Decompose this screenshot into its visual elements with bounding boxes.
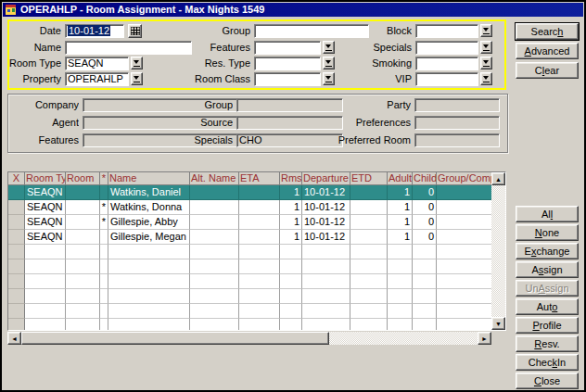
specials-input[interactable] [415, 41, 478, 55]
vertical-scrollbar[interactable] [491, 172, 505, 330]
cell-group_company [437, 259, 491, 274]
clear-button[interactable]: Clear [516, 62, 579, 79]
calendar-button[interactable] [128, 24, 142, 38]
smoking-input[interactable] [415, 57, 478, 70]
table-row[interactable] [8, 274, 491, 289]
profile-button[interactable]: Profile [516, 317, 579, 334]
cell-adult: 1 [388, 185, 413, 200]
cell-room_type [25, 245, 66, 259]
none-button[interactable]: None [516, 224, 579, 241]
column-header-name[interactable]: Name [108, 172, 190, 185]
cell-rms [280, 304, 302, 319]
column-header-star[interactable]: * [100, 172, 108, 185]
property-input[interactable]: OPERAHLP [65, 72, 129, 86]
cell-adult [388, 304, 413, 319]
res-type-label: Res. Type [158, 57, 250, 70]
room-type-lov-button[interactable] [131, 57, 143, 70]
column-header-group_company[interactable]: Group/Compan [437, 172, 491, 185]
table-row[interactable] [8, 245, 491, 259]
scroll-down-button[interactable] [491, 317, 505, 330]
cell-departure [302, 274, 350, 289]
room-class-label: Room Class [158, 72, 250, 86]
cell-eta [239, 319, 280, 330]
block-lov-button[interactable] [480, 24, 492, 37]
table-row[interactable]: SEAQNGillespie, Megan110-01-1210 [8, 230, 491, 245]
cell-room_type [25, 289, 66, 304]
unassign-button[interactable]: UnAssign [516, 280, 579, 297]
column-header-x[interactable]: X [8, 172, 25, 185]
res-type-input[interactable] [254, 57, 321, 70]
cell-room_type [25, 274, 66, 289]
scrollbar-thumb[interactable] [21, 332, 329, 345]
cell-child: 0 [413, 200, 437, 215]
column-header-departure[interactable]: Departure [302, 172, 350, 185]
table-row[interactable] [8, 304, 491, 319]
table-row[interactable]: SEAQN*Watkins, Donna110-01-1210 [8, 200, 491, 215]
cell-departure: 10-01-12 [302, 215, 350, 230]
cell-rms: 1 [280, 200, 302, 215]
auto-button[interactable]: Auto [516, 298, 579, 315]
window: OPERAHLP - Room Assignment - Max Nights … [0, 0, 586, 392]
room-type-input[interactable]: SEAQN [65, 57, 129, 70]
table-row[interactable] [8, 259, 491, 274]
cell-x [8, 274, 25, 289]
block-input[interactable] [415, 24, 478, 38]
cell-etd [350, 200, 388, 215]
lov-arrow-icon [134, 75, 140, 83]
cell-rms [280, 289, 302, 304]
party-field [414, 98, 500, 112]
column-header-eta[interactable]: ETA [239, 172, 280, 185]
column-header-etd[interactable]: ETD [350, 172, 388, 185]
specials-lov-button[interactable] [480, 41, 492, 54]
cell-x [8, 200, 25, 215]
cell-star [100, 245, 108, 259]
agent-label: Agent [8, 116, 79, 130]
column-header-alt_name[interactable]: Alt. Name [190, 172, 239, 185]
date-input[interactable]: 10-01-12 [65, 24, 124, 38]
scroll-left-button[interactable] [7, 332, 21, 345]
cell-name [108, 274, 190, 289]
close-button[interactable]: Close [516, 373, 579, 389]
column-header-room_type[interactable]: Room Typ [25, 172, 66, 185]
preferences-field [414, 116, 500, 130]
features-input[interactable] [254, 41, 321, 55]
cell-adult [388, 274, 413, 289]
lov-arrow-icon [325, 59, 332, 68]
column-header-adult[interactable]: Adult [388, 172, 413, 185]
checkin-button[interactable]: Check In [516, 354, 579, 371]
search-button[interactable]: Search [516, 23, 579, 40]
cell-star [100, 259, 108, 274]
cell-etd [350, 245, 388, 259]
cell-alt_name [190, 274, 239, 289]
scroll-up-button[interactable] [491, 172, 505, 185]
cell-x [8, 259, 25, 274]
cell-adult [388, 289, 413, 304]
horizontal-scrollbar[interactable] [7, 332, 491, 345]
resv-button[interactable]: Resv. [516, 335, 579, 352]
cell-group_company [437, 289, 491, 304]
scroll-right-button[interactable] [478, 332, 491, 345]
room-class-input[interactable] [254, 72, 321, 86]
smoking-lov-button[interactable] [480, 57, 492, 70]
table-row[interactable] [8, 289, 491, 304]
column-header-rms[interactable]: Rms [280, 172, 302, 185]
table-row[interactable]: SEAQN*Gillespie, Abby110-01-1210 [8, 215, 491, 230]
cell-group_company [437, 304, 491, 319]
advanced-button[interactable]: Advanced [516, 43, 579, 59]
cell-eta [239, 304, 280, 319]
vip-lov-button[interactable] [480, 72, 492, 85]
table-row[interactable]: SEAQNWatkins, Daniel110-01-1210 [8, 185, 491, 200]
exchange-button[interactable]: Exchange [516, 243, 579, 259]
cell-room [66, 304, 100, 319]
all-button[interactable]: All [516, 206, 579, 222]
features-display-label: Features [8, 133, 79, 147]
title-bar[interactable]: OPERAHLP - Room Assignment - Max Nights … [3, 3, 583, 17]
cell-alt_name [190, 304, 239, 319]
table-row[interactable] [8, 319, 491, 330]
column-header-child[interactable]: Child [413, 172, 437, 185]
assign-button[interactable]: Assign [516, 261, 579, 278]
property-lov-button[interactable] [131, 72, 143, 85]
cell-rms [280, 245, 302, 259]
vip-input[interactable] [415, 72, 478, 86]
column-header-room[interactable]: Room [66, 172, 100, 185]
